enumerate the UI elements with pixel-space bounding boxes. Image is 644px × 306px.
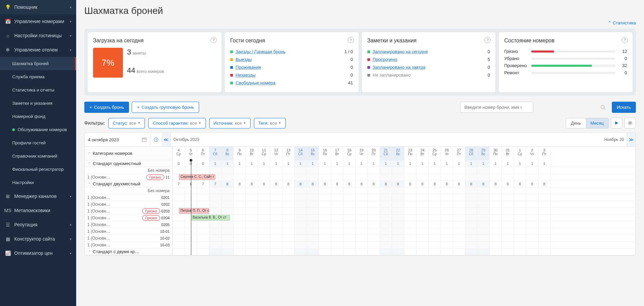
calendar-row[interactable]: Васильев В. В., От ст — [173, 215, 636, 221]
day-header[interactable]: 5Чт — [185, 147, 197, 160]
next-month[interactable]: ≫ — [627, 133, 636, 146]
day-header[interactable]: 28Сб — [465, 147, 477, 160]
stat-label[interactable]: Заезды / Горящая бронь — [236, 49, 344, 54]
stat-label[interactable]: Не запланировано — [373, 73, 488, 78]
booking-block[interactable]: Васильев В. В., От ст — [191, 215, 230, 221]
day-header[interactable]: 25Ср — [429, 147, 441, 160]
help-icon[interactable]: ? — [348, 37, 354, 43]
room-row[interactable]: 1 (Основн…10-02 — [85, 235, 172, 242]
calendar-row[interactable] — [173, 194, 636, 201]
sidebar-item[interactable]: Статистика и отчеты — [0, 83, 76, 97]
calendar-row[interactable] — [173, 235, 636, 242]
stat-label[interactable]: Выезды — [236, 57, 351, 62]
sidebar-item[interactable]: Фискальный регистратор — [0, 163, 76, 176]
day-header[interactable]: 10Вт — [246, 147, 258, 160]
play-button[interactable] — [611, 118, 622, 128]
day-header[interactable]: 4Ср — [173, 147, 185, 160]
day-header[interactable]: 26Чт — [441, 147, 453, 160]
calendar-row[interactable] — [173, 242, 636, 248]
clock-button[interactable] — [150, 137, 162, 142]
stats-toggle[interactable]: ⌃ Статистика — [84, 20, 636, 25]
room-row[interactable]: 1 (Основн…0201 — [85, 194, 172, 201]
room-row[interactable]: 1 (Основн…10-03 — [85, 242, 172, 248]
search-button[interactable]: Искать — [612, 102, 636, 113]
day-header[interactable]: 8Вс — [221, 147, 234, 160]
calendar-row[interactable] — [173, 221, 636, 228]
day-header[interactable]: 23Пн — [404, 147, 416, 160]
day-header[interactable]: 20Пт — [368, 147, 380, 160]
categories-header[interactable]: ⌃Категории номеров — [85, 147, 172, 160]
sidebar-item[interactable]: Профили гостей — [0, 136, 76, 149]
room-row[interactable]: Без номера — [85, 167, 172, 174]
create-booking-button[interactable]: +Создать бронь — [84, 102, 129, 113]
day-header[interactable]: 9Пн — [234, 147, 246, 160]
day-header[interactable]: 13Пт — [282, 147, 295, 160]
sidebar-item[interactable]: ☰Репутация▾ — [0, 218, 76, 232]
day-header[interactable]: 12Чт — [270, 147, 282, 160]
calendar-row[interactable]: Петров П. П., От с — [173, 208, 636, 215]
stat-label[interactable]: Проживания — [236, 65, 351, 70]
day-header[interactable]: 19Чт — [356, 147, 368, 160]
sidebar-item[interactable]: ✻Управление отелем▾ — [0, 43, 76, 57]
sidebar-item[interactable]: Справочник компаний — [0, 149, 76, 163]
search-input[interactable] — [460, 102, 533, 113]
day-header[interactable]: 6Пт — [197, 147, 209, 160]
prev-month[interactable]: ≪ — [162, 133, 171, 146]
calendar-row[interactable] — [173, 201, 636, 208]
room-row[interactable]: 1 (Основн…0205 — [85, 221, 172, 228]
day-header[interactable]: 27Пт — [453, 147, 465, 160]
sidebar-item[interactable]: 📅Управление номерами▾ — [0, 14, 76, 28]
calendar-column[interactable]: 4Ср5Чт6Пт7Сб8Вс9Пн10Вт11Ср12Чт13Пт14Сб15… — [173, 147, 636, 255]
calendar-row[interactable]: Сергеев С. С., Сайт г — [173, 174, 636, 181]
sidebar-item[interactable]: MSМетапоисковики — [0, 203, 76, 218]
day-header[interactable]: 15Вс — [307, 147, 319, 160]
day-header[interactable]: 2Чт — [526, 147, 538, 160]
calendar-row[interactable] — [173, 167, 636, 174]
day-header[interactable]: 17Вт — [331, 147, 343, 160]
sidebar-item[interactable]: Заметки и указания — [0, 97, 76, 110]
stat-label[interactable]: Незаезды — [236, 73, 351, 78]
day-header[interactable]: 1Ср — [514, 147, 526, 160]
stat-label[interactable]: Свободные номера — [236, 80, 348, 85]
room-row[interactable]: 1 (Основн…0202 — [85, 201, 172, 208]
stat-label[interactable]: Просрочено — [373, 57, 488, 62]
category-row[interactable]: ⌃Стандарт одноместный — [85, 160, 172, 167]
day-header[interactable]: 30Пн — [490, 147, 502, 160]
sidebar-item[interactable]: 📈Оптимизатор цен▾ — [0, 246, 76, 260]
day-header[interactable]: 16Пн — [319, 147, 331, 160]
sidebar-item[interactable]: Шахматка броней — [0, 57, 76, 70]
filter-tags[interactable]: Теги: все ▼ — [254, 118, 285, 128]
day-header[interactable]: 22Вс — [392, 147, 404, 160]
filter-status[interactable]: Статус: все ▼ — [108, 118, 145, 128]
settings-button[interactable] — [624, 118, 636, 128]
room-row[interactable]: 1 (Основн…10-01 — [85, 228, 172, 235]
sidebar-item[interactable]: Служба приема — [0, 70, 76, 83]
room-row[interactable]: 1 (Основн…Грязно11 — [85, 174, 172, 181]
booking-block[interactable]: Петров П. П., От с — [179, 208, 209, 214]
booking-block[interactable]: Сергеев С. С., Сайт г — [179, 174, 215, 180]
day-header[interactable]: 29Вс — [477, 147, 490, 160]
stat-label[interactable]: Запланировано на сегодня — [373, 49, 488, 54]
filter-source[interactable]: Источник: все ▼ — [209, 118, 251, 128]
sidebar-item[interactable]: ⊞Менеджер каналов▾ — [0, 189, 76, 203]
stat-label[interactable]: Запланировано на завтра — [373, 65, 488, 70]
day-header[interactable]: 3Пт — [538, 147, 551, 160]
room-row[interactable]: Без номера — [85, 187, 172, 194]
sidebar-item[interactable]: 💡Помощник▾ — [0, 0, 76, 14]
date-picker[interactable]: 4 октября 2023 — [85, 135, 150, 145]
calendar-row[interactable] — [173, 187, 636, 194]
day-header[interactable]: 14Сб — [295, 147, 307, 160]
help-icon[interactable]: ? — [211, 37, 217, 43]
sidebar-item[interactable]: ⌂Настройки гостиницы▾ — [0, 28, 76, 43]
day-header[interactable]: 18Ср — [343, 147, 356, 160]
filter-guarantee[interactable]: Способ гарантии: все ▼ — [148, 118, 206, 128]
create-group-booking-button[interactable]: +Создать групповую бронь — [132, 102, 199, 113]
view-day[interactable]: День — [566, 118, 586, 128]
sidebar-item[interactable]: ▦Конструктор сайта▾ — [0, 232, 76, 246]
room-row[interactable]: 1 (Основн…Грязно0203 — [85, 208, 172, 215]
category-row[interactable]: ⌃Стандарт двухместный — [85, 181, 172, 187]
help-icon[interactable]: ? — [622, 37, 628, 43]
room-row[interactable]: 1 (Основн…Грязно0204 — [85, 215, 172, 221]
day-header[interactable]: 11Ср — [258, 147, 270, 160]
sidebar-item[interactable]: Настройки — [0, 176, 76, 189]
